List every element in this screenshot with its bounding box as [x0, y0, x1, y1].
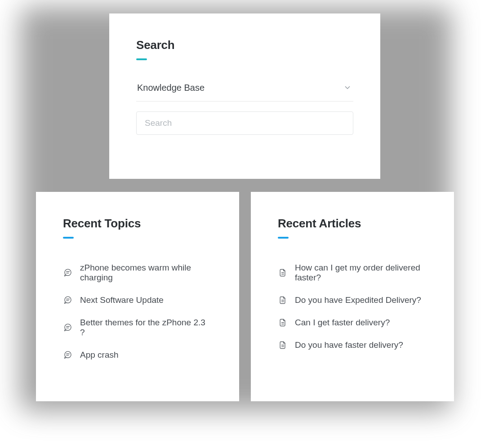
- document-icon: [278, 295, 288, 305]
- accent-bar: [63, 237, 74, 239]
- topic-item[interactable]: zPhone becomes warm while charging: [63, 257, 212, 289]
- search-card: Search Knowledge Base: [109, 13, 380, 179]
- chat-icon: [63, 323, 73, 333]
- topic-label: zPhone becomes warm while charging: [80, 263, 212, 283]
- document-icon: [278, 268, 288, 278]
- topic-item[interactable]: Next Software Update: [63, 289, 212, 311]
- recent-topics-heading: Recent Topics: [63, 217, 212, 231]
- topic-label: Next Software Update: [80, 295, 164, 305]
- document-icon: [278, 340, 288, 350]
- svg-point-9: [65, 351, 71, 358]
- svg-point-3: [65, 297, 71, 303]
- topic-label: App crash: [80, 350, 119, 360]
- accent-bar: [136, 58, 147, 60]
- article-item[interactable]: How can I get my order delivered faster?: [278, 257, 427, 289]
- topic-item[interactable]: App crash: [63, 344, 212, 366]
- chevron-down-icon: [343, 84, 352, 92]
- articles-list: How can I get my order delivered faster?…: [278, 257, 427, 356]
- article-label: Do you have faster delivery?: [295, 340, 403, 350]
- topic-item[interactable]: Better themes for the zPhone 2.3 ?: [63, 311, 212, 344]
- chat-icon: [63, 268, 73, 278]
- article-label: Can I get faster delivery?: [295, 318, 390, 328]
- knowledge-base-dropdown[interactable]: Knowledge Base: [136, 82, 353, 102]
- document-icon: [278, 318, 288, 328]
- article-item[interactable]: Can I get faster delivery?: [278, 311, 427, 334]
- chat-icon: [63, 350, 73, 360]
- svg-point-6: [65, 324, 71, 330]
- article-item[interactable]: Do you have Expedited Delivery?: [278, 289, 427, 311]
- svg-point-0: [65, 269, 71, 275]
- recent-articles-card: Recent Articles How can I get my order d…: [251, 192, 454, 401]
- chat-icon: [63, 295, 73, 305]
- search-input[interactable]: [136, 111, 353, 135]
- topics-list: zPhone becomes warm while charging Next …: [63, 257, 212, 366]
- accent-bar: [278, 237, 289, 239]
- article-label: How can I get my order delivered faster?: [295, 263, 427, 283]
- recent-topics-card: Recent Topics zPhone becomes warm while …: [36, 192, 239, 401]
- article-label: Do you have Expedited Delivery?: [295, 295, 421, 305]
- recent-articles-heading: Recent Articles: [278, 217, 427, 231]
- dropdown-label: Knowledge Base: [137, 83, 205, 93]
- article-item[interactable]: Do you have faster delivery?: [278, 334, 427, 356]
- topic-label: Better themes for the zPhone 2.3 ?: [80, 318, 212, 337]
- search-heading: Search: [136, 38, 353, 52]
